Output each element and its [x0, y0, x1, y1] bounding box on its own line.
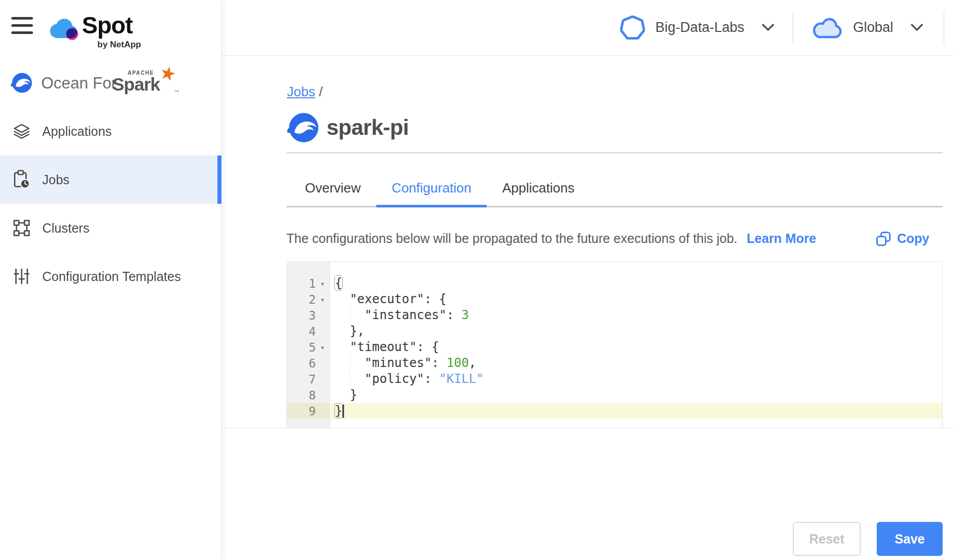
ocean-wave-icon: [10, 72, 32, 94]
editor-line[interactable]: {: [331, 275, 942, 291]
editor-line[interactable]: "executor": {: [331, 291, 942, 307]
clipboard-clock-icon: [13, 170, 30, 189]
gutter-cell: 6: [287, 355, 330, 371]
editor-line[interactable]: "minutes": 100,: [331, 355, 942, 371]
header-divider: [944, 12, 944, 44]
copy-button[interactable]: Copy: [876, 231, 930, 246]
chevron-down-icon: [762, 24, 774, 31]
gutter-cell: 5▾: [287, 339, 330, 355]
gutter-cell: 8: [287, 387, 330, 403]
save-button[interactable]: Save: [877, 522, 943, 556]
ocean-for-spark-brand: Ocean For APACHE Spark ★ ™: [0, 63, 222, 99]
ocean-for-label: Ocean For: [41, 74, 116, 93]
spot-wordmark: Spot: [82, 11, 132, 39]
code-token-match: {: [335, 276, 342, 290]
tab-bar: Overview Configuration Applications: [286, 175, 943, 207]
tab-overview[interactable]: Overview: [289, 175, 376, 206]
sliders-icon: [13, 268, 30, 285]
hamburger-menu-icon[interactable]: [11, 17, 33, 34]
editor-line[interactable]: "timeout": {: [331, 339, 942, 355]
sidebar-item-configuration-templates[interactable]: Configuration Templates: [0, 252, 222, 301]
sidebar-item-jobs[interactable]: Jobs: [0, 155, 222, 204]
spark-wordmark: Spark: [112, 74, 160, 95]
code-token-string: "KILL": [439, 372, 484, 386]
sidebar-nav: Applications Jobs: [0, 107, 222, 301]
sidebar-item-applications[interactable]: Applications: [0, 107, 222, 155]
page-title: spark-pi: [327, 115, 408, 140]
organization-name: Big-Data-Labs: [655, 20, 744, 36]
code-token-plain: "executor": {: [335, 292, 447, 306]
gutter-cell: 7: [287, 371, 330, 387]
top-header: Big-Data-Labs Global: [222, 0, 954, 56]
gutter-cell: 1▾: [287, 275, 330, 291]
cloud-icon: [812, 16, 843, 40]
sidebar-item-clusters[interactable]: Clusters: [0, 204, 222, 252]
editor-line[interactable]: "policy": "KILL": [331, 371, 942, 387]
sidebar-item-label: Configuration Templates: [42, 269, 181, 284]
spot-cloud-icon: [49, 15, 81, 42]
code-token-number: 3: [462, 308, 469, 322]
main-area: Big-Data-Labs Global Jobs / spark-pi: [222, 0, 954, 560]
fold-toggle-icon[interactable]: ▾: [316, 295, 329, 304]
tab-configuration[interactable]: Configuration: [376, 175, 487, 206]
spark-star-icon: ★: [157, 61, 178, 86]
chevron-down-icon: [911, 24, 923, 31]
line-number: 1: [290, 277, 316, 290]
sidebar: Spot by NetApp Ocean For APACHE Spark ★ …: [0, 0, 222, 560]
gutter-cell: 3: [287, 307, 330, 323]
line-number: 8: [290, 389, 316, 402]
editor-code-area[interactable]: { "executor": { "instances": 3 }, "timeo…: [331, 262, 942, 428]
header-divider: [793, 12, 793, 44]
configuration-description: The configurations below will be propaga…: [286, 231, 738, 246]
configuration-description-row: The configurations below will be propaga…: [286, 231, 943, 246]
code-token-plain: ,: [469, 356, 476, 370]
line-number: 4: [290, 325, 316, 338]
sidebar-item-label: Clusters: [42, 221, 90, 236]
code-token-plain: "timeout": {: [335, 340, 439, 354]
indent-guide: [350, 355, 350, 371]
layers-icon: [13, 124, 30, 139]
text-cursor: [343, 405, 344, 418]
line-number: 5: [290, 341, 316, 354]
line-number: 9: [290, 405, 316, 418]
sidebar-item-label: Applications: [42, 124, 112, 139]
cluster-nodes-icon: [13, 220, 30, 236]
footer-actions: Reset Save: [793, 522, 943, 556]
scope-name: Global: [853, 20, 893, 36]
copy-button-label: Copy: [897, 231, 930, 246]
code-token-plain: "instances":: [335, 308, 462, 322]
editor-line[interactable]: }: [331, 387, 942, 403]
gutter-cell: 4: [287, 323, 330, 339]
gutter-cell: 2▾: [287, 291, 330, 307]
organization-switcher[interactable]: Big-Data-Labs: [620, 15, 774, 40]
learn-more-link[interactable]: Learn More: [747, 231, 816, 246]
code-token-number: 100: [447, 356, 469, 370]
json-config-editor[interactable]: 1▾2▾345▾6789 { "executor": { "instances"…: [286, 261, 943, 428]
ocean-wave-icon: [286, 112, 318, 144]
code-token-plain: "policy":: [335, 372, 439, 386]
page-title-row: spark-pi: [286, 112, 408, 144]
content-footer-divider: [222, 428, 954, 428]
fold-toggle-icon[interactable]: ▾: [316, 279, 329, 288]
line-number: 7: [290, 373, 316, 386]
spot-logo[interactable]: Spot by NetApp: [49, 11, 162, 51]
editor-line[interactable]: },: [331, 323, 942, 339]
spark-trademark: ™: [174, 89, 179, 95]
editor-line[interactable]: }: [331, 403, 942, 419]
scope-switcher[interactable]: Global: [812, 16, 923, 40]
line-number: 2: [290, 293, 316, 306]
code-token-plain: }: [335, 388, 357, 402]
title-divider: [286, 152, 943, 153]
sidebar-item-label: Jobs: [42, 172, 70, 187]
editor-line[interactable]: "instances": 3: [331, 307, 942, 323]
heptagon-icon: [620, 15, 645, 40]
reset-button[interactable]: Reset: [793, 522, 861, 556]
tab-applications[interactable]: Applications: [487, 175, 590, 206]
fold-toggle-icon[interactable]: ▾: [316, 343, 329, 352]
line-number: 6: [290, 357, 316, 370]
indent-guide: [350, 371, 350, 387]
breadcrumb-jobs-link[interactable]: Jobs: [287, 84, 315, 99]
code-token-plain: "minutes":: [335, 356, 447, 370]
indent-guide: [350, 307, 350, 323]
code-token-plain: },: [335, 324, 365, 338]
